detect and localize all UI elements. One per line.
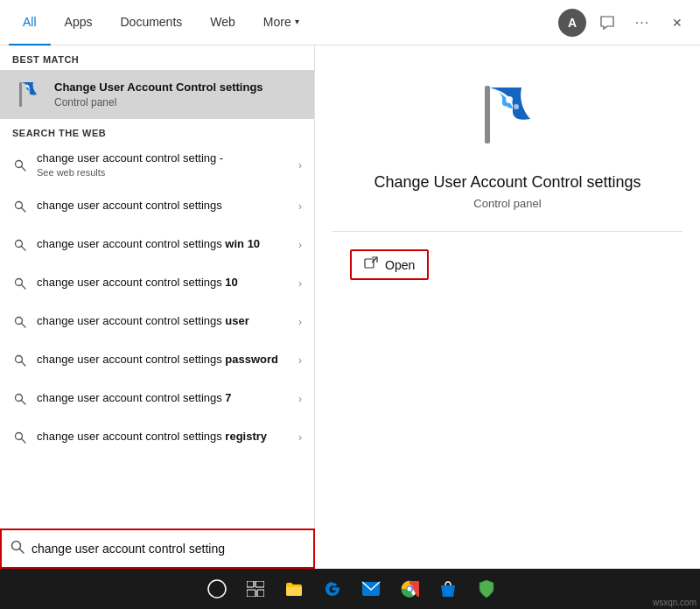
feedback-icon[interactable]: [593, 9, 621, 37]
svg-rect-27: [247, 581, 254, 587]
svg-point-35: [408, 587, 412, 592]
detail-icon: [464, 72, 551, 159]
web-result-see: See web results: [37, 166, 290, 179]
svg-rect-22: [365, 259, 374, 268]
search-input[interactable]: [32, 542, 304, 556]
web-result-item[interactable]: change user account control settings 7›: [0, 380, 314, 418]
right-panel: Change User Account Control settings Con…: [315, 46, 700, 569]
tab-documents[interactable]: Documents: [106, 0, 196, 46]
best-match-label: Best match: [0, 46, 314, 70]
svg-point-19: [506, 96, 513, 103]
svg-line-3: [22, 166, 26, 171]
svg-line-13: [22, 361, 26, 366]
detail-subtitle: Control panel: [473, 197, 541, 210]
detail-divider: [332, 231, 682, 232]
svg-point-26: [208, 580, 226, 598]
search-icon: [12, 276, 28, 291]
tab-web[interactable]: Web: [196, 0, 249, 46]
search-box-container: [0, 528, 315, 569]
taskbar-store-icon[interactable]: [429, 569, 467, 609]
web-result-text: change user account control settings pas…: [37, 352, 290, 368]
nav-tabs: All Apps Documents Web More ▾ A ···: [0, 0, 700, 46]
best-match-subtitle: Control panel: [54, 96, 263, 108]
web-result-text: change user account control settings: [37, 198, 290, 214]
detail-title: Change User Account Control settings: [374, 173, 640, 192]
web-search-label: Search the web: [0, 119, 314, 144]
web-result-item[interactable]: change user account control settings use…: [0, 303, 314, 341]
watermark: wsxqn.com: [649, 596, 700, 609]
left-panel: Best match Change User Account C: [0, 46, 315, 569]
taskbar: [0, 569, 700, 609]
chevron-down-icon: ▾: [295, 17, 299, 26]
tab-all[interactable]: All: [9, 0, 51, 46]
search-icon: [10, 540, 24, 557]
chevron-right-icon: ›: [298, 239, 302, 251]
web-result-item[interactable]: change user account control settings 10›: [0, 264, 314, 303]
chevron-right-icon: ›: [298, 354, 302, 367]
tab-apps[interactable]: Apps: [51, 0, 107, 46]
chevron-right-icon: ›: [298, 316, 302, 328]
search-icon: [12, 199, 28, 214]
chevron-right-icon: ›: [298, 277, 302, 290]
svg-line-15: [22, 400, 26, 404]
tab-more[interactable]: More ▾: [249, 0, 313, 46]
taskbar-explorer-icon[interactable]: [275, 569, 313, 609]
taskbar-chrome-icon[interactable]: [390, 569, 429, 609]
web-result-item[interactable]: change user account control settings win…: [0, 226, 314, 264]
web-result-text: change user account control settings win…: [37, 236, 290, 252]
more-options-icon[interactable]: ···: [628, 9, 656, 37]
svg-line-25: [20, 550, 24, 554]
search-icon: [12, 314, 28, 330]
svg-point-20: [503, 106, 508, 111]
main-content: Best match Change User Account C: [0, 46, 700, 569]
open-button[interactable]: Open: [350, 249, 429, 280]
web-result-text: change user account control setting -See…: [37, 150, 290, 180]
chevron-right-icon: ›: [298, 159, 302, 172]
svg-line-9: [22, 284, 26, 289]
web-result-item[interactable]: change user account control settings›: [0, 187, 314, 226]
search-icon: [12, 391, 28, 407]
taskbar-security-icon[interactable]: [467, 569, 506, 609]
web-result-text: change user account control settings reg…: [37, 429, 290, 444]
svg-rect-30: [257, 590, 264, 597]
web-result-item[interactable]: change user account control setting -See…: [0, 144, 314, 187]
svg-rect-0: [19, 82, 22, 107]
svg-rect-28: [256, 581, 264, 587]
search-panel: All Apps Documents Web More ▾ A ···: [0, 0, 700, 569]
svg-line-17: [22, 438, 26, 443]
best-match-item[interactable]: Change User Account Control settings Con…: [0, 70, 314, 119]
taskbar-search-icon[interactable]: [198, 569, 236, 609]
open-icon: [364, 256, 378, 273]
best-match-title: Change User Account Control settings: [54, 80, 263, 95]
web-result-text: change user account control settings 7: [37, 390, 290, 406]
avatar[interactable]: A: [558, 9, 586, 37]
windows-flag-icon: [12, 79, 44, 110]
web-result-text: change user account control settings 10: [37, 275, 290, 290]
chevron-right-icon: ›: [298, 431, 302, 444]
nav-right: A ··· ✕: [558, 9, 691, 37]
web-result-text: change user account control settings use…: [37, 313, 290, 329]
svg-line-23: [372, 257, 377, 262]
best-match-text: Change User Account Control settings Con…: [54, 80, 263, 109]
search-icon: [12, 158, 28, 173]
svg-line-11: [22, 323, 26, 327]
svg-rect-29: [247, 590, 256, 597]
search-icon: [12, 353, 28, 368]
close-icon[interactable]: ✕: [663, 9, 691, 37]
svg-point-21: [514, 104, 519, 109]
search-icon: [12, 237, 28, 253]
svg-line-5: [22, 207, 26, 212]
taskbar-mail-icon[interactable]: [352, 569, 390, 609]
svg-line-7: [22, 246, 26, 250]
web-results: change user account control setting -See…: [0, 144, 314, 457]
chevron-right-icon: ›: [298, 393, 302, 405]
svg-rect-18: [485, 86, 490, 144]
search-icon: [12, 430, 28, 445]
chevron-right-icon: ›: [298, 200, 302, 213]
taskbar-edge-icon[interactable]: [313, 569, 352, 609]
taskbar-taskview-icon[interactable]: [236, 569, 275, 609]
web-result-item[interactable]: change user account control settings pas…: [0, 341, 314, 380]
web-result-item[interactable]: change user account control settings reg…: [0, 418, 314, 457]
